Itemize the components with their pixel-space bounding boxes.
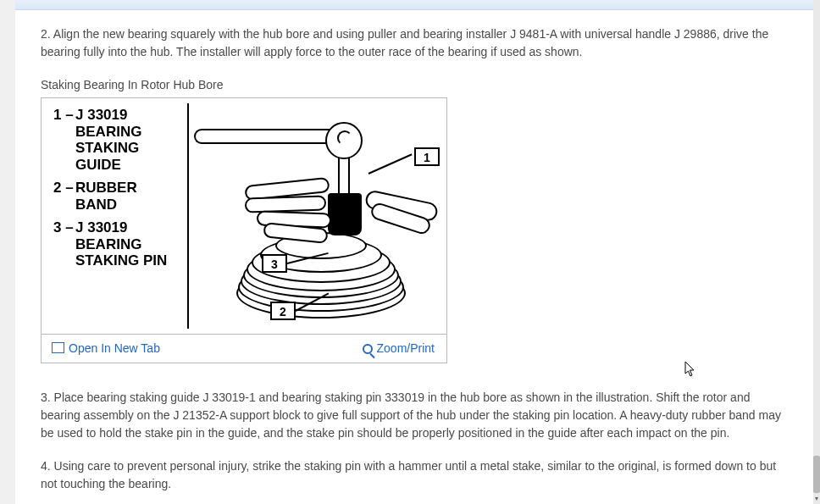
callout-1-leader [368, 153, 413, 174]
hand-drawing [245, 181, 346, 241]
scrollbar-thumb[interactable] [813, 456, 820, 493]
figure-container: 1 – J 33019 BEARING STAKING GUIDE 2 – RU… [41, 97, 447, 363]
callout-2: 2 [270, 302, 296, 320]
vertical-scrollbar[interactable]: ▾ [813, 0, 820, 504]
callout-1: 1 [414, 147, 440, 166]
figure-image: 1 – J 33019 BEARING STAKING GUIDE 2 – RU… [42, 98, 446, 334]
top-divider-bar [15, 0, 813, 10]
new-tab-icon [53, 344, 64, 353]
scrollbar-down-arrow[interactable]: ▾ [813, 494, 820, 504]
legend-item-3: 3 – J 33019 BEARING STAKING PIN [53, 219, 180, 269]
legend-item-1: 1 – J 33019 BEARING STAKING GUIDE [53, 107, 180, 173]
rotor-hub-drawing [236, 232, 406, 313]
hand2-drawing [365, 197, 441, 230]
legend-num: 2 – [53, 180, 75, 213]
document-page: 2. Align the new bearing squarely with t… [15, 0, 813, 504]
zoom-print-label: Zoom/Print [377, 340, 435, 357]
legend-text: J 33019 BEARING STAKING PIN [75, 219, 180, 269]
technical-illustration: 1 3 2 [202, 105, 440, 327]
figure-action-bar: Open In New Tab Zoom/Print [42, 334, 446, 363]
legend-item-2: 2 – RUBBER BAND [53, 180, 180, 213]
step-4-text: 4. Using care to prevent personal injury… [41, 457, 788, 493]
step-2-text: 2. Align the new bearing squarely with t… [41, 25, 788, 61]
legend-num: 3 – [53, 219, 75, 269]
hammer-head-drawing [325, 122, 363, 159]
figure-caption: Staking Bearing In Rotor Hub Bore [41, 76, 788, 94]
legend-text: RUBBER BAND [75, 180, 180, 213]
zoom-print-link[interactable]: Zoom/Print [363, 340, 435, 357]
hammer-handle-drawing [194, 129, 330, 144]
step-3-text: 3. Place bearing staking guide J 33019-1… [41, 389, 788, 442]
legend-divider [187, 103, 189, 329]
zoom-icon [363, 344, 373, 354]
legend-text: J 33019 BEARING STAKING GUIDE [75, 107, 180, 173]
legend-num: 1 – [53, 107, 75, 173]
content-area: 2. Align the new bearing squarely with t… [15, 25, 813, 493]
open-in-new-tab-link[interactable]: Open In New Tab [53, 340, 160, 357]
callout-3: 3 [262, 254, 287, 273]
open-in-new-tab-label: Open In New Tab [69, 340, 160, 357]
figure-legend: 1 – J 33019 BEARING STAKING GUIDE 2 – RU… [53, 107, 180, 276]
